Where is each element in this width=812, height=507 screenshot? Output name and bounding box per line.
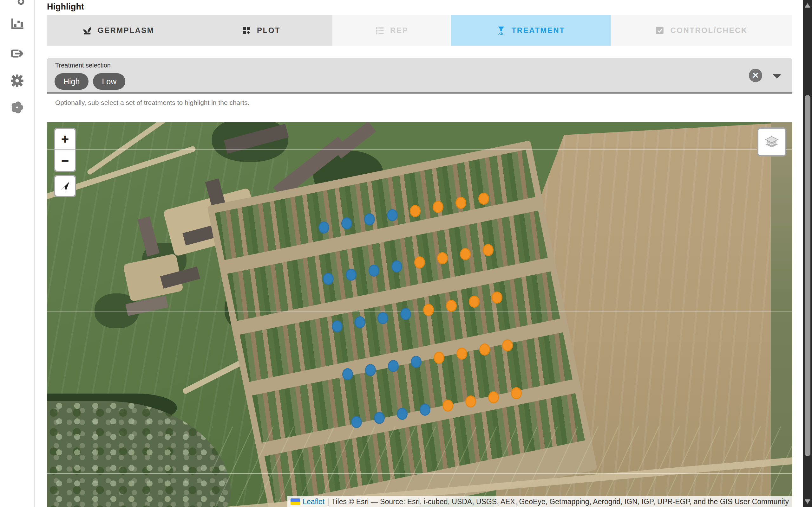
scroll-up-arrow[interactable] <box>805 3 810 8</box>
plot-marker-blue[interactable] <box>341 217 352 229</box>
numbered-list-icon <box>375 26 385 35</box>
spray-treatment-icon <box>496 26 506 35</box>
tab-control-check: CONTROL/CHECK <box>611 15 792 46</box>
sidebar <box>0 0 35 507</box>
plot-grid-icon <box>242 26 251 35</box>
plot-marker-orange[interactable] <box>423 304 434 316</box>
plot-marker-orange[interactable] <box>469 296 479 308</box>
layers-icon <box>763 134 780 150</box>
scroll-down-arrow[interactable] <box>805 499 810 504</box>
layers-control[interactable] <box>757 127 786 157</box>
chevron-down-icon[interactable] <box>772 74 781 78</box>
tile-seam <box>47 149 792 150</box>
treatment-selection-label: Treatment selection <box>55 62 111 69</box>
tab-germplasm[interactable]: GERMPLASM <box>47 15 190 46</box>
tab-rep: REP <box>333 15 451 46</box>
chip-high[interactable]: High <box>55 73 89 90</box>
tab-label: GERMPLASM <box>98 26 154 35</box>
plot-marker-orange[interactable] <box>433 201 444 213</box>
plot-marker-orange[interactable] <box>437 252 448 264</box>
page-title: Highlight <box>47 2 84 12</box>
checkbox-icon <box>655 26 664 35</box>
plot-marker-orange[interactable] <box>446 300 457 312</box>
plot-marker-blue[interactable] <box>387 209 398 221</box>
flower-icon[interactable] <box>10 100 24 115</box>
seedling-icon <box>83 26 92 35</box>
plot-marker-blue[interactable] <box>351 416 362 428</box>
plot-marker-blue[interactable] <box>364 213 375 225</box>
plot-marker-blue[interactable] <box>346 269 357 281</box>
plot-marker-orange[interactable] <box>465 395 476 407</box>
plot-marker-orange[interactable] <box>414 257 425 268</box>
field-map[interactable]: + − Leaflet | Tiles © Esri — Source: Esr… <box>47 122 792 507</box>
zoom-control: + − <box>54 128 76 172</box>
plot-marker-blue[interactable] <box>420 404 430 416</box>
highlight-tabbar: GERMPLASM PLOT REP <box>47 15 792 46</box>
leaflet-link[interactable]: Leaflet <box>303 498 324 506</box>
treatment-helper-text: Optionally, sub-select a set of treatmen… <box>55 99 249 107</box>
zoom-out-button[interactable]: − <box>55 151 75 171</box>
plot-marker-orange[interactable] <box>478 193 489 205</box>
tab-label: TREATMENT <box>512 26 565 35</box>
tab-plot[interactable]: PLOT <box>190 15 333 46</box>
route-icon[interactable] <box>10 0 24 6</box>
plot-marker-blue[interactable] <box>377 312 388 324</box>
treatment-chips: High Low <box>55 73 125 90</box>
plot-marker-orange[interactable] <box>483 244 494 256</box>
plot-marker-blue[interactable] <box>323 273 334 285</box>
plot-marker-orange[interactable] <box>492 291 502 303</box>
plot-marker-blue[interactable] <box>388 360 399 372</box>
plot-marker-blue[interactable] <box>332 320 343 332</box>
clear-selection-button[interactable]: ✕ <box>749 69 762 82</box>
plot-marker-orange[interactable] <box>488 391 499 403</box>
tile-seam <box>47 473 792 474</box>
plot-marker-orange[interactable] <box>443 400 453 412</box>
plot-marker-blue[interactable] <box>365 364 376 376</box>
page-scrollbar[interactable] <box>803 0 812 507</box>
plot-marker-orange[interactable] <box>460 248 471 260</box>
tab-treatment[interactable]: TREATMENT <box>451 15 611 46</box>
chip-low[interactable]: Low <box>93 73 125 90</box>
plot-marker-blue[interactable] <box>392 261 402 273</box>
plot-marker-orange[interactable] <box>502 339 513 351</box>
settings-gear-icon[interactable] <box>10 73 24 88</box>
plot-marker-orange[interactable] <box>511 387 522 399</box>
attribution-separator: | <box>327 498 329 506</box>
locate-arrow-icon <box>59 180 71 192</box>
plot-marker-blue[interactable] <box>374 412 385 424</box>
plot-marker-blue[interactable] <box>368 265 379 277</box>
plot-marker-blue[interactable] <box>318 222 329 233</box>
main-content: Highlight GERMPLASM PLOT REP <box>47 0 792 507</box>
plot-marker-blue[interactable] <box>400 308 411 320</box>
plot-marker-blue[interactable] <box>355 316 365 328</box>
ukraine-flag-icon <box>291 498 300 505</box>
zoom-in-button[interactable]: + <box>55 129 75 150</box>
logout-icon[interactable] <box>10 46 24 61</box>
treatment-selection-field[interactable]: Treatment selection High Low ✕ <box>47 58 792 94</box>
locate-button[interactable] <box>54 175 76 197</box>
plot-marker-orange[interactable] <box>434 352 444 364</box>
tile-seam <box>47 311 792 312</box>
plot-marker-orange[interactable] <box>456 348 467 360</box>
plot-marker-blue[interactable] <box>342 368 353 380</box>
attribution-text: Tiles © Esri — Source: Esri, i-cubed, US… <box>332 498 789 506</box>
tab-label: CONTROL/CHECK <box>670 26 747 35</box>
plot-marker-blue[interactable] <box>397 408 408 420</box>
tab-label: REP <box>390 26 408 35</box>
plot-marker-blue[interactable] <box>411 356 421 368</box>
plot-marker-orange[interactable] <box>455 197 466 209</box>
tab-label: PLOT <box>257 26 281 35</box>
plot-marker-orange[interactable] <box>410 205 420 217</box>
scrollbar-thumb[interactable] <box>805 95 810 456</box>
plot-marker-orange[interactable] <box>479 343 490 355</box>
bar-chart-icon[interactable] <box>10 16 24 31</box>
map-attribution: Leaflet | Tiles © Esri — Source: Esri, i… <box>287 496 792 507</box>
